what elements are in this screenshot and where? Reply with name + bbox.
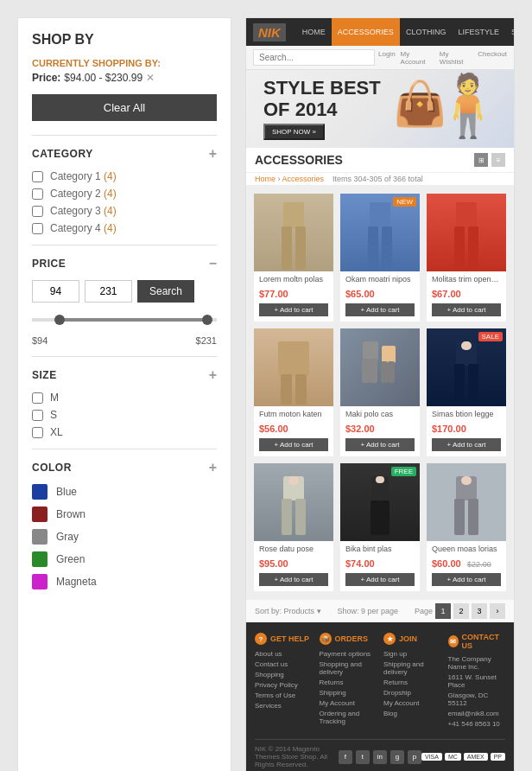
product-card[interactable]: Molitas trim open case $67.00 + Add to c… <box>426 193 507 322</box>
returns2-link[interactable]: Returns <box>383 679 441 686</box>
category-4-checkbox[interactable] <box>32 223 43 234</box>
category-2-link[interactable]: Category 2 (4) <box>50 188 117 200</box>
category-3-link[interactable]: Category 3 (4) <box>50 205 117 217</box>
facebook-icon[interactable]: f <box>339 750 352 764</box>
product-name: Okam moatri nipos <box>345 275 415 284</box>
about-link[interactable]: About us <box>255 650 313 658</box>
product-card[interactable]: NEW Okam moatri nipos $65.00 + Add to ca… <box>339 193 421 322</box>
color-header[interactable]: COLOR + <box>32 460 217 475</box>
twitter-icon[interactable]: t <box>356 750 370 764</box>
add-to-cart-button[interactable]: + Add to cart <box>259 573 328 586</box>
nav-lifestyle[interactable]: LIFESTYLE <box>452 18 505 46</box>
add-to-cart-button[interactable]: + Add to cart <box>345 303 415 316</box>
shopping-link[interactable]: Shopping <box>255 671 313 679</box>
category-1-link[interactable]: Category 1 (4) <box>50 170 117 182</box>
price-search-button[interactable]: Search <box>137 280 194 303</box>
signup-link[interactable]: Sign up <box>383 650 441 658</box>
accessories-breadcrumb[interactable]: Accessories <box>282 175 325 183</box>
shipping-delivery-link[interactable]: Shipping and delivery <box>383 660 441 676</box>
list-item[interactable]: Blue <box>32 484 217 500</box>
next-page-button[interactable]: › <box>490 603 505 619</box>
category-2-checkbox[interactable] <box>32 188 43 200</box>
services-link[interactable]: Services <box>255 702 313 710</box>
color-toggle-icon[interactable]: + <box>209 460 217 475</box>
category-1-checkbox[interactable] <box>32 171 43 182</box>
returns-link[interactable]: Returns <box>320 679 377 686</box>
product-card[interactable]: Queen moas lorias $60.00 $22.00 + Add to… <box>426 462 507 592</box>
terms-link[interactable]: Terms of Use <box>255 691 313 699</box>
nav-accessories[interactable]: ACCESSORIES <box>332 18 400 46</box>
add-to-cart-button[interactable]: + Add to cart <box>259 303 328 316</box>
shop-now-button[interactable]: SHOP NOW » <box>263 124 325 140</box>
size-m-checkbox[interactable] <box>32 392 43 404</box>
price-slider[interactable] <box>32 311 217 328</box>
contact-link[interactable]: Contact us <box>255 660 313 668</box>
category-2-count: (4) <box>104 188 117 200</box>
account2-link[interactable]: My Account <box>383 699 441 707</box>
page-1-button[interactable]: 1 <box>435 603 451 619</box>
list-item[interactable]: Green <box>32 551 217 567</box>
home-breadcrumb[interactable]: Home <box>255 175 276 183</box>
remove-price-filter[interactable]: ✕ <box>146 72 155 84</box>
linkedin-icon[interactable]: in <box>373 750 387 764</box>
slider-thumb-min[interactable] <box>54 315 65 325</box>
category-4-link[interactable]: Category 4 (4) <box>50 222 117 234</box>
pinterest-icon[interactable]: p <box>408 750 421 764</box>
add-to-cart-button[interactable]: + Add to cart <box>432 573 501 586</box>
size-xl-checkbox[interactable] <box>32 427 43 438</box>
list-item[interactable]: Gray <box>32 529 217 545</box>
tracking-link[interactable]: Ordering and Tracking <box>320 710 377 725</box>
category-3-checkbox[interactable] <box>32 206 43 217</box>
list-item[interactable]: Magneta <box>32 574 217 589</box>
product-info: Bika bint plas $74.00 + Add to cart <box>340 541 420 591</box>
product-card[interactable]: Futm moton katen $56.00 + Add to cart <box>253 328 334 457</box>
search-input[interactable] <box>253 49 375 66</box>
product-card[interactable]: Lorem moltn polas $77.00 + Add to cart <box>253 193 334 322</box>
company-email[interactable]: email@nik8.com <box>448 710 506 717</box>
nav-clothing[interactable]: CLOTHING <box>400 18 453 46</box>
list-item: M <box>32 392 217 404</box>
product-card[interactable]: SALE Simas btion legge $170.00 + Add to … <box>426 328 507 457</box>
add-to-cart-button[interactable]: + Add to cart <box>259 438 328 451</box>
category-header[interactable]: CATEGORY + <box>32 146 217 162</box>
size-header[interactable]: SIZE + <box>32 367 217 383</box>
product-card[interactable]: FREE Bika bint plas $74.00 + Add to cart <box>339 462 421 592</box>
size-s-checkbox[interactable] <box>32 410 43 421</box>
category-toggle-icon[interactable]: + <box>209 146 217 162</box>
list-item[interactable]: Brown <box>32 507 217 522</box>
shipping-link[interactable]: Shipping <box>320 689 377 697</box>
payment-link[interactable]: Payment options <box>320 650 377 658</box>
nav-shoes[interactable]: SHOES <box>505 18 515 46</box>
add-to-cart-button[interactable]: + Add to cart <box>432 303 501 316</box>
price-labels: $94 $231 <box>32 335 217 346</box>
price-toggle-icon[interactable]: − <box>209 256 217 271</box>
account-link[interactable]: My Account <box>401 50 434 66</box>
login-link[interactable]: Login <box>378 50 396 66</box>
dropship-link[interactable]: Dropship <box>383 689 441 697</box>
add-to-cart-button[interactable]: + Add to cart <box>432 438 501 451</box>
price-min-input[interactable] <box>32 280 79 303</box>
my-account-link[interactable]: My Account <box>320 699 377 707</box>
add-to-cart-button[interactable]: + Add to cart <box>345 573 415 586</box>
product-card[interactable]: Rose datu pose $95.00 + Add to cart <box>253 462 334 592</box>
product-card[interactable]: Maki polo cas $32.00 + Add to cart <box>339 328 421 457</box>
size-toggle-icon[interactable]: + <box>209 367 217 383</box>
svg-rect-15 <box>382 346 396 363</box>
clear-all-button[interactable]: Clear All <box>32 94 217 121</box>
price-max-input[interactable] <box>85 280 132 303</box>
add-to-cart-button[interactable]: + Add to cart <box>345 438 415 451</box>
nav-home[interactable]: HOME <box>296 18 332 46</box>
blog-link[interactable]: Blog <box>383 710 441 717</box>
slider-thumb-max[interactable] <box>202 315 212 325</box>
wishlist-link[interactable]: My Wishlist <box>440 50 472 66</box>
page-3-button[interactable]: 3 <box>472 603 487 619</box>
checkout-link[interactable]: Checkout <box>478 50 507 66</box>
privacy-link[interactable]: Privacy Policy <box>255 681 313 689</box>
svg-rect-1 <box>282 226 292 270</box>
grid-view-button[interactable]: ⊞ <box>474 153 488 167</box>
delivery-link[interactable]: Shopping and delivery <box>320 660 377 676</box>
list-view-button[interactable]: ≡ <box>491 153 505 167</box>
page-2-button[interactable]: 2 <box>453 603 469 619</box>
google-icon[interactable]: g <box>390 750 404 764</box>
price-header[interactable]: PRICE − <box>32 256 217 271</box>
